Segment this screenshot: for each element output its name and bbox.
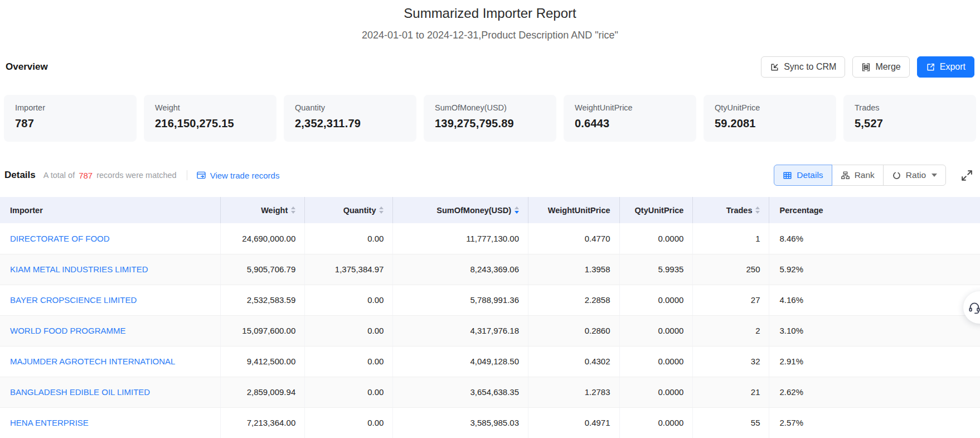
table-cell: 11,777,130.00 — [393, 223, 528, 254]
export-button[interactable]: Export — [917, 56, 974, 78]
importer-cell: DIRECTORATE OF FOOD — [0, 223, 221, 254]
importer-cell: KIAM METAL INDUSTRIES LIMITED — [0, 254, 221, 285]
importer-link[interactable]: DIRECTORATE OF FOOD — [10, 234, 110, 243]
table-cell: 5.9935 — [619, 254, 693, 285]
table-cell: 3.10% — [769, 315, 980, 346]
table-cell: 0.0000 — [619, 346, 693, 377]
fullscreen-button[interactable] — [959, 168, 974, 183]
table-cell: 2,532,583.59 — [221, 285, 305, 315]
sort-carets-icon[interactable] — [755, 206, 760, 214]
table-cell: 3,585,985.03 — [393, 407, 528, 438]
column-header[interactable]: Trades — [693, 197, 769, 223]
column-header-label: Quantity — [343, 206, 376, 215]
column-header[interactable]: Importer — [0, 197, 221, 223]
importer-cell: BAYER CROPSCIENCE LIMITED — [0, 285, 221, 315]
sync-to-crm-button[interactable]: Sync to CRM — [761, 56, 845, 78]
column-header[interactable]: QtyUnitPrice — [619, 197, 693, 223]
export-icon — [926, 62, 935, 72]
table-cell: 0.0000 — [619, 223, 693, 254]
table-cell: 24,690,000.00 — [221, 223, 305, 254]
stat-card-value: 59.2081 — [715, 117, 825, 130]
rank-icon — [841, 171, 850, 180]
table-cell: 9,412,500.00 — [221, 346, 305, 377]
stat-card-label: QtyUnitPrice — [715, 103, 825, 112]
column-header[interactable]: Quantity — [305, 197, 393, 223]
export-label: Export — [940, 62, 966, 72]
importer-link[interactable]: BANGLADESH EDIBLE OIL LIMITED — [10, 387, 150, 397]
column-header-label: Trades — [726, 206, 753, 215]
table-cell: 2.91% — [769, 346, 980, 377]
stat-card-value: 0.6443 — [575, 117, 685, 130]
stat-cards-row: Importer 787 Weight 216,150,275.15 Quant… — [4, 95, 976, 142]
table-cell: 4.16% — [769, 285, 980, 315]
stat-card: WeightUnitPrice 0.6443 — [564, 95, 696, 142]
table-cell: 7,213,364.00 — [221, 407, 305, 438]
column-header-label: Importer — [10, 206, 43, 215]
stat-card-label: Quantity — [295, 103, 405, 112]
table-row: MAJUMDER AGROTECH INTERNATIONAL 9,412,50… — [0, 346, 980, 377]
importer-link[interactable]: HENA ENTERPRISE — [10, 418, 89, 427]
view-trade-records-icon — [196, 170, 206, 180]
sort-carets-icon[interactable] — [515, 206, 519, 214]
tab-details[interactable]: Details — [774, 165, 832, 186]
table-cell: 21 — [693, 377, 769, 407]
importer-link[interactable]: KIAM METAL INDUSTRIES LIMITED — [10, 264, 148, 274]
page-subtitle: 2024-01-01 to 2024-12-31,Product Descrip… — [0, 30, 980, 41]
table-cell: 0.00 — [305, 315, 393, 346]
tab-rank-label: Rank — [855, 170, 875, 180]
table-cell: 250 — [693, 254, 769, 285]
importer-link[interactable]: WORLD FOOD PROGRAMME — [10, 326, 126, 335]
column-header-label: WeightUnitPrice — [548, 206, 610, 215]
table-row: BANGLADESH EDIBLE OIL LIMITED 2,859,009.… — [0, 377, 980, 407]
importer-link[interactable]: MAJUMDER AGROTECH INTERNATIONAL — [10, 357, 175, 366]
column-header[interactable]: Percentage — [769, 197, 980, 223]
details-row: Details A total of 787 records were matc… — [4, 163, 974, 187]
column-header[interactable]: Weight — [221, 197, 305, 223]
sort-carets-icon[interactable] — [291, 206, 295, 214]
table-cell: 8,243,369.06 — [393, 254, 528, 285]
table-cell: 2,859,009.94 — [221, 377, 305, 407]
tab-rank[interactable]: Rank — [832, 165, 884, 186]
table-cell: 0.00 — [305, 407, 393, 438]
table-cell: 2.2858 — [528, 285, 619, 315]
importer-cell: MAJUMDER AGROTECH INTERNATIONAL — [0, 346, 221, 377]
table-cell: 0.00 — [305, 377, 393, 407]
page-title: Summarized Importer Report — [0, 6, 980, 21]
stat-card: Weight 216,150,275.15 — [144, 95, 276, 142]
stat-card-label: SumOfMoney(USD) — [435, 103, 545, 112]
table-cell: 2 — [693, 315, 769, 346]
vertical-divider — [187, 170, 187, 180]
sort-carets-icon[interactable] — [379, 206, 384, 214]
column-header[interactable]: SumOfMoney(USD) — [393, 197, 528, 223]
table-cell: 0.2860 — [528, 315, 619, 346]
view-trade-records-label: View trade records — [210, 171, 280, 180]
table-cell: 3,654,638.35 — [393, 377, 528, 407]
sync-to-crm-label: Sync to CRM — [784, 62, 836, 72]
view-trade-records-link[interactable]: View trade records — [196, 170, 280, 180]
merge-button[interactable]: Merge — [852, 56, 909, 78]
stat-card-label: Importer — [15, 103, 125, 112]
table-cell: 8.46% — [769, 223, 980, 254]
tab-ratio[interactable]: Ratio — [883, 165, 946, 186]
stat-card: SumOfMoney(USD) 139,275,795.89 — [424, 95, 556, 142]
table-cell: 55 — [693, 407, 769, 438]
table-cell: 0.00 — [305, 346, 393, 377]
table-row: BAYER CROPSCIENCE LIMITED 2,532,583.59 0… — [0, 285, 980, 315]
fullscreen-icon — [960, 169, 973, 182]
column-header[interactable]: WeightUnitPrice — [528, 197, 619, 223]
stat-card: QtyUnitPrice 59.2081 — [704, 95, 836, 142]
table-row: WORLD FOOD PROGRAMME 15,097,600.00 0.00 … — [0, 315, 980, 346]
table-cell: 5,905,706.79 — [221, 254, 305, 285]
stat-card-label: Weight — [155, 103, 265, 112]
support-headset-icon — [968, 301, 980, 314]
merge-icon — [861, 62, 871, 72]
details-right: Details Rank Ratio — [774, 165, 974, 186]
details-table-icon — [783, 171, 792, 180]
table-cell: 2.62% — [769, 377, 980, 407]
table-cell: 1,375,384.97 — [305, 254, 393, 285]
stat-card: Trades 5,527 — [843, 95, 976, 142]
table-cell: 1.2783 — [528, 377, 619, 407]
importer-link[interactable]: BAYER CROPSCIENCE LIMITED — [10, 295, 137, 305]
table-cell: 0.4302 — [528, 346, 619, 377]
overview-heading: Overview — [6, 61, 48, 73]
